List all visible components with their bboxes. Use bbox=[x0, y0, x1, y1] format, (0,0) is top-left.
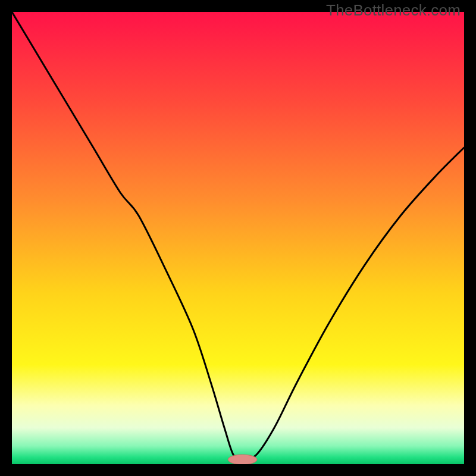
gradient-background bbox=[12, 12, 464, 464]
watermark-text: TheBottleneck.com bbox=[326, 1, 461, 20]
optimal-marker bbox=[228, 455, 257, 464]
bottleneck-chart bbox=[12, 12, 464, 464]
chart-frame bbox=[12, 12, 464, 464]
